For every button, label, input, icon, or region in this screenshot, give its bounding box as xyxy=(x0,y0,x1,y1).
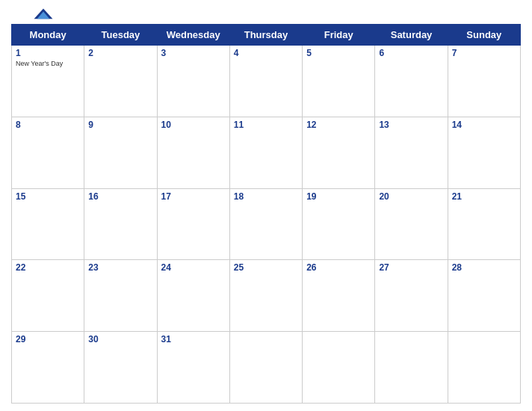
weekday-header-row: MondayTuesdayWednesdayThursdayFridaySatu… xyxy=(12,25,521,46)
day-number: 17 xyxy=(161,191,226,202)
calendar-cell: 10 xyxy=(157,117,229,188)
calendar-cell xyxy=(375,332,448,404)
day-number: 8 xyxy=(16,120,80,130)
calendar-cell: 19 xyxy=(303,188,375,260)
weekday-friday: Friday xyxy=(303,25,375,46)
calendar-header xyxy=(11,7,521,21)
day-number: 1 xyxy=(16,48,80,58)
calendar-cell: 18 xyxy=(229,188,302,260)
weekday-sunday: Sunday xyxy=(448,25,520,46)
calendar-cell: 15 xyxy=(12,188,84,260)
calendar-cell: 3 xyxy=(157,46,229,117)
day-number: 2 xyxy=(88,48,152,58)
calendar-body: 1New Year's Day2345678910111213141516171… xyxy=(12,46,521,404)
calendar-cell: 20 xyxy=(375,188,448,260)
week-row-1: 1New Year's Day234567 xyxy=(12,46,521,117)
calendar-cell: 29 xyxy=(12,332,84,404)
weekday-tuesday: Tuesday xyxy=(84,25,157,46)
week-row-3: 15161718192021 xyxy=(12,188,521,260)
calendar-cell xyxy=(229,332,302,404)
day-number: 29 xyxy=(16,334,80,344)
day-number: 30 xyxy=(88,334,152,344)
calendar-cell: 27 xyxy=(375,260,448,332)
day-number: 28 xyxy=(452,262,516,273)
day-number: 14 xyxy=(452,120,516,130)
calendar-cell: 1New Year's Day xyxy=(12,46,84,117)
calendar-cell: 30 xyxy=(84,332,157,404)
day-number: 27 xyxy=(379,262,443,273)
weekday-wednesday: Wednesday xyxy=(157,25,229,46)
logo-icon xyxy=(33,7,54,21)
day-number: 31 xyxy=(161,334,226,344)
calendar-cell: 22 xyxy=(12,260,84,332)
calendar-cell: 31 xyxy=(157,332,229,404)
calendar-cell xyxy=(303,332,375,404)
day-number: 13 xyxy=(379,120,443,130)
calendar-cell: 12 xyxy=(303,117,375,188)
day-number: 9 xyxy=(88,120,152,130)
day-number: 16 xyxy=(88,191,152,202)
day-number: 18 xyxy=(234,191,298,202)
day-number: 7 xyxy=(452,48,516,58)
calendar-cell: 2 xyxy=(84,46,157,117)
day-number: 25 xyxy=(234,262,298,273)
day-number: 22 xyxy=(16,262,80,273)
day-number: 26 xyxy=(306,262,371,273)
calendar-cell: 6 xyxy=(375,46,448,117)
day-number: 23 xyxy=(88,262,152,273)
calendar-cell: 9 xyxy=(84,117,157,188)
calendar-table: MondayTuesdayWednesdayThursdayFridaySatu… xyxy=(11,24,521,404)
weekday-monday: Monday xyxy=(12,25,84,46)
day-number: 24 xyxy=(161,262,226,273)
calendar-cell: 14 xyxy=(448,117,520,188)
weekday-saturday: Saturday xyxy=(375,25,448,46)
calendar-cell: 21 xyxy=(448,188,520,260)
calendar-cell: 16 xyxy=(84,188,157,260)
logo xyxy=(11,7,78,21)
day-number: 12 xyxy=(306,120,371,130)
day-number: 19 xyxy=(306,191,371,202)
calendar-cell: 8 xyxy=(12,117,84,188)
weekday-thursday: Thursday xyxy=(229,25,302,46)
week-row-5: 293031 xyxy=(12,332,521,404)
calendar-cell: 25 xyxy=(229,260,302,332)
calendar-cell: 7 xyxy=(448,46,520,117)
day-number: 11 xyxy=(234,120,298,130)
calendar-cell: 13 xyxy=(375,117,448,188)
day-number: 15 xyxy=(16,191,80,202)
day-number: 6 xyxy=(379,48,443,58)
day-number: 5 xyxy=(306,48,371,58)
week-row-2: 891011121314 xyxy=(12,117,521,188)
calendar-cell: 4 xyxy=(229,46,302,117)
calendar-cell: 11 xyxy=(229,117,302,188)
day-number: 3 xyxy=(161,48,226,58)
calendar-cell xyxy=(448,332,520,404)
day-number: 10 xyxy=(161,120,226,130)
holiday-label: New Year's Day xyxy=(16,60,80,67)
day-number: 4 xyxy=(234,48,298,58)
day-number: 20 xyxy=(379,191,443,202)
day-number: 21 xyxy=(452,191,516,202)
calendar-cell: 23 xyxy=(84,260,157,332)
calendar-cell: 5 xyxy=(303,46,375,117)
calendar-cell: 26 xyxy=(303,260,375,332)
calendar-cell: 28 xyxy=(448,260,520,332)
calendar-cell: 17 xyxy=(157,188,229,260)
week-row-4: 22232425262728 xyxy=(12,260,521,332)
calendar-cell: 24 xyxy=(157,260,229,332)
